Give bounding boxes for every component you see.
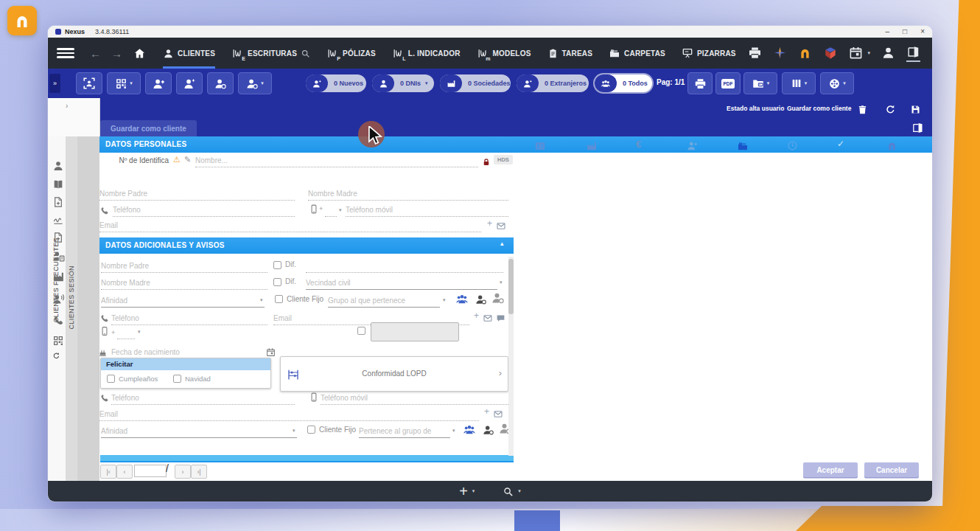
header-clip-icon[interactable] — [886, 139, 897, 152]
guardar-como-cliente-link[interactable]: Guardar como cliente — [787, 105, 851, 112]
add-email-icon[interactable]: + — [474, 310, 479, 321]
pertenece-caret[interactable]: ▾ — [452, 428, 455, 434]
rail-doc-add-icon[interactable] — [52, 195, 64, 208]
search-caret[interactable]: ▾ — [518, 488, 521, 494]
rail-building-icon[interactable] — [52, 270, 65, 283]
rail-file-add-icon[interactable] — [52, 230, 64, 243]
exit-door-icon[interactable] — [911, 121, 924, 134]
nav-tab-carpetas[interactable]: CARPETAS — [609, 38, 665, 69]
guardar-como-cliente-tab[interactable]: Guardar como cliente — [100, 120, 197, 136]
rail-person-voice-icon[interactable] — [52, 292, 65, 305]
estado-alta-link[interactable]: Estado alta usuario — [727, 105, 784, 112]
rail-person-doc-icon[interactable] — [52, 249, 65, 263]
menu-hamburger-icon[interactable] — [57, 48, 74, 58]
email2-input[interactable] — [99, 409, 479, 421]
rail-qr-icon[interactable] — [52, 333, 64, 347]
section-datos-adicionales[interactable]: DATOS ADICIONALES Y AVISOS — [99, 237, 514, 254]
cancelar-button[interactable]: Cancelar — [864, 462, 919, 477]
filter-pill-nuevos[interactable]: 0 Nuevos — [306, 74, 366, 92]
reel-button[interactable]: ▾ — [820, 72, 854, 94]
calendar-caret[interactable]: ▾ — [867, 50, 870, 56]
lopd-chevron[interactable]: › — [499, 367, 502, 378]
cumpleanos-checkbox[interactable] — [107, 375, 115, 383]
grupo-select[interactable] — [328, 295, 440, 308]
header-building-icon[interactable] — [586, 139, 598, 152]
refresh-icon[interactable] — [885, 103, 896, 116]
add-email-icon[interactable]: + — [487, 218, 492, 229]
padre-dif-input[interactable] — [306, 260, 503, 273]
telefono2-input[interactable] — [111, 392, 295, 405]
add-special-client-button[interactable] — [176, 72, 203, 94]
export-pdf-button[interactable]: PDF — [715, 72, 741, 94]
nexus-arch-icon[interactable] — [798, 46, 812, 60]
home-icon[interactable] — [133, 46, 146, 60]
save-icon[interactable] — [910, 103, 921, 116]
add-icon[interactable]: + — [459, 484, 468, 499]
person-settings-icon[interactable] — [475, 292, 487, 305]
sparkle-icon[interactable] — [773, 46, 787, 60]
user-icon[interactable] — [881, 46, 895, 60]
add-client-button[interactable] — [145, 72, 172, 94]
prefix-adic-input[interactable] — [117, 327, 135, 339]
print-list-button[interactable] — [687, 72, 713, 94]
afinidad2-select[interactable] — [101, 426, 297, 438]
nav-tab-polizas[interactable]: P PÓLIZAS — [326, 38, 376, 69]
prefix-caret[interactable]: ▾ — [138, 329, 141, 335]
vecindad-caret[interactable]: ▾ — [500, 280, 503, 285]
page-number-input[interactable] — [134, 465, 167, 477]
rail-addressbook-icon[interactable] — [52, 177, 64, 190]
lopd-panel[interactable]: Conformidad LOPD › — [280, 356, 508, 392]
aviso-checkbox[interactable] — [357, 327, 365, 335]
add-email-icon[interactable]: + — [484, 406, 489, 417]
back-button[interactable]: ← — [90, 47, 101, 60]
calendar-icon[interactable] — [849, 46, 863, 60]
collapsed-section-bar[interactable] — [100, 455, 514, 462]
expand-panel-chevron[interactable]: › — [66, 102, 68, 110]
page-next-button[interactable]: › — [175, 465, 191, 479]
add-caret[interactable]: ▾ — [472, 488, 475, 494]
prefix-caret[interactable]: ▾ — [339, 207, 342, 213]
afinidad-select[interactable] — [101, 295, 265, 308]
nav-tab-clientes[interactable]: CLIENTES — [163, 38, 215, 69]
header-person-plus-icon[interactable] — [687, 139, 698, 152]
page-first-button[interactable]: |‹ — [100, 465, 116, 479]
nav-tab-indicador[interactable]: L L. INDICADOR — [392, 38, 461, 69]
mail-icon[interactable] — [483, 311, 493, 324]
dif-madre-checkbox[interactable] — [273, 278, 281, 286]
search-icon[interactable] — [503, 485, 514, 498]
nombre-madre-input[interactable] — [308, 188, 508, 201]
navidad-checkbox[interactable] — [173, 375, 181, 383]
filter-pill-extranjeros[interactable]: 0 Extranjeros — [517, 74, 589, 92]
telefono-input[interactable] — [113, 204, 295, 217]
mail-icon[interactable] — [493, 407, 503, 420]
print-icon[interactable] — [748, 46, 762, 60]
cliente-fijo2-checkbox[interactable] — [307, 426, 315, 434]
datepicker-calendar-icon[interactable] — [266, 345, 276, 358]
filter-pill-sociedades[interactable]: 0 Sociedades — [440, 74, 511, 92]
rail-phone-icon[interactable] — [52, 313, 64, 326]
grupo-caret[interactable]: ▾ — [443, 297, 446, 303]
pertenece-select[interactable] — [359, 426, 450, 438]
cliente-fijo-checkbox[interactable] — [275, 295, 283, 303]
vecindad-civil-select[interactable] — [306, 277, 497, 290]
edit-pencil-icon[interactable]: ✎ — [184, 155, 191, 164]
afinidad2-caret[interactable]: ▾ — [293, 428, 295, 434]
header-folder-icon[interactable] — [737, 139, 749, 152]
afinidad-caret[interactable]: ▾ — [260, 297, 263, 303]
group-icon[interactable] — [455, 291, 469, 305]
madre-adic-input[interactable] — [101, 277, 267, 290]
person-settings-alt-icon[interactable] — [491, 291, 505, 305]
collapse-left-button[interactable]: » — [49, 74, 60, 93]
columns-button[interactable]: ▾ — [782, 72, 816, 94]
nav-tab-tareas[interactable]: TAREAS — [547, 38, 593, 69]
nav-tab-escrituras[interactable]: E ESCRITURAS — [231, 38, 310, 69]
movil2-input[interactable] — [321, 392, 508, 405]
delete-icon[interactable] — [857, 103, 868, 116]
padre-adic-input[interactable] — [101, 260, 267, 273]
search-icon[interactable] — [301, 49, 310, 58]
rail-signature-icon[interactable] — [52, 212, 64, 226]
nav-tab-modelos[interactable]: m MODELOS — [477, 38, 531, 69]
email-input[interactable] — [99, 220, 481, 232]
page-last-button[interactable]: ›| — [191, 465, 207, 479]
folder-card-button[interactable]: ▾ — [743, 72, 777, 94]
